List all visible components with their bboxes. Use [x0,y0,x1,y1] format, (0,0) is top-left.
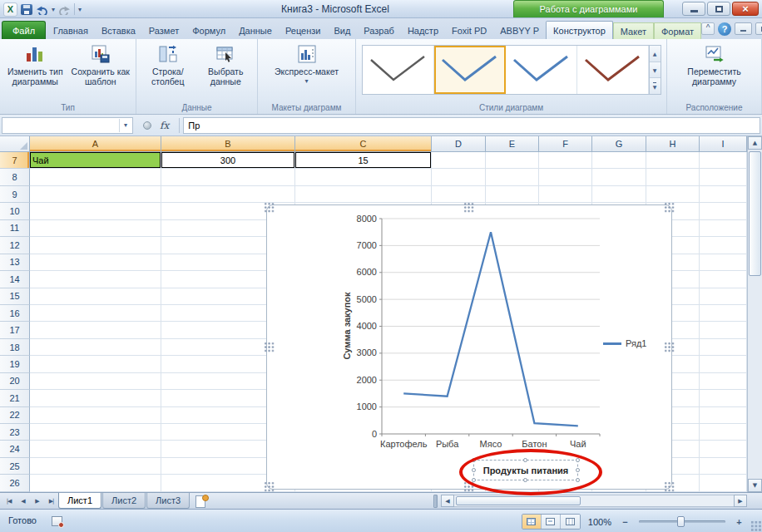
next-sheet-icon[interactable] [30,495,44,508]
cell-I23[interactable] [700,424,747,441]
scroll-left-icon[interactable] [441,495,454,507]
cell-I8[interactable] [700,169,747,185]
horizontal-scrollbar[interactable] [441,495,747,507]
row-header-24[interactable]: 24 [0,441,30,457]
chart-style-option-3[interactable] [506,46,577,94]
row-header-14[interactable]: 14 [0,271,30,288]
cell-A22[interactable] [30,407,161,424]
redo-icon[interactable] [58,4,71,15]
macro-record-button[interactable] [52,516,62,526]
row-header-8[interactable]: 8 [0,169,30,185]
chart-selection-handle[interactable] [264,342,275,352]
chart-object[interactable]: 010002000300040005000600070008000Картофе… [266,204,672,490]
formula-input[interactable] [184,118,760,133]
cell-A20[interactable] [30,373,161,390]
cell-A8[interactable] [30,169,161,185]
ribbon-tab-формул[interactable]: Формул [186,22,232,39]
cell-B7[interactable]: 300 [161,152,295,169]
cell-C7[interactable]: 15 [295,152,432,169]
cell-B9[interactable] [161,186,295,203]
row-header-19[interactable]: 19 [0,356,30,372]
ribbon-tab-разраб[interactable]: Разраб [357,22,401,39]
chart-selection-handle[interactable] [463,202,474,213]
ribbon-tab-конструктор[interactable]: Конструктор [546,21,613,39]
page-layout-view-button[interactable] [542,515,561,529]
ribbon-tab-размет[interactable]: Размет [142,22,186,39]
column-header-B[interactable]: B [161,136,295,152]
save-as-template-button[interactable]: Сохранить как шаблон [69,42,133,87]
sheet-tab-лист1[interactable]: Лист1 [58,493,101,509]
row-header-26[interactable]: 26 [0,475,30,491]
undo-dropdown-icon[interactable] [52,6,55,13]
column-header-D[interactable]: D [432,136,486,152]
first-sheet-icon[interactable] [2,495,16,508]
sheet-tab-лист2[interactable]: Лист2 [102,493,146,509]
cell-H7[interactable] [646,152,700,169]
minimize-button[interactable] [682,2,705,16]
row-header-15[interactable]: 15 [0,288,30,305]
name-box-input[interactable] [2,118,114,133]
cell-A15[interactable] [30,288,161,305]
vertical-scrollbar[interactable] [747,136,762,492]
cell-I20[interactable] [700,373,747,390]
cell-I16[interactable] [700,305,747,322]
cell-A13[interactable] [30,254,161,271]
gallery-scroll-down-icon[interactable] [650,62,661,79]
formula-input-area[interactable] [183,117,760,134]
vertical-scrollbar-thumb[interactable] [749,151,761,276]
row-header-7[interactable]: 7 [0,152,30,169]
zoom-slider-thumb[interactable] [677,516,685,527]
column-header-G[interactable]: G [592,136,646,152]
normal-view-button[interactable] [522,515,542,529]
column-header-H[interactable]: H [646,136,700,152]
cell-I24[interactable] [700,441,747,457]
cell-A10[interactable] [30,203,161,219]
scroll-right-icon[interactable] [734,495,747,507]
cell-A11[interactable] [30,220,161,237]
cell-G8[interactable] [592,169,646,185]
cell-B8[interactable] [161,169,295,185]
cell-D7[interactable] [432,152,486,169]
cell-A17[interactable] [30,322,161,338]
restore-button[interactable] [707,2,730,16]
cell-A23[interactable] [30,424,161,441]
scroll-down-icon[interactable] [748,479,762,492]
change-chart-type-button[interactable]: Изменить тип диаграммы [3,42,67,87]
column-header-C[interactable]: C [295,136,432,152]
cell-E8[interactable] [486,169,539,185]
insert-function-icon[interactable]: fx [160,120,169,131]
zoom-in-icon[interactable] [733,515,745,528]
ribbon-tab-вставка[interactable]: Вставка [95,22,142,39]
cell-I10[interactable] [700,203,747,219]
chart-selection-handle[interactable] [264,481,275,492]
row-header-18[interactable]: 18 [0,339,30,356]
cell-F7[interactable] [539,152,592,169]
ribbon-tab-рецензи[interactable]: Рецензи [279,22,328,39]
cell-I21[interactable] [700,390,747,406]
cell-H9[interactable] [646,186,700,203]
cell-I26[interactable] [700,475,747,491]
row-header-12[interactable]: 12 [0,237,30,254]
sheet-tab-лист3[interactable]: Лист3 [146,493,190,509]
cell-I18[interactable] [700,339,747,356]
cell-I19[interactable] [700,356,747,372]
cell-I12[interactable] [700,237,747,254]
workbook-restore-button[interactable] [755,22,762,35]
horizontal-scrollbar-track[interactable] [454,495,734,507]
cell-A7[interactable]: Чай [30,152,161,169]
chart-legend[interactable]: Ряд1 [603,338,646,348]
select-all-corner[interactable] [0,136,30,152]
cell-F9[interactable] [539,186,592,203]
ribbon-tab-файл[interactable]: Файл [2,21,46,39]
column-header-I[interactable]: I [700,136,747,152]
cell-A12[interactable] [30,237,161,254]
cell-E7[interactable] [486,152,539,169]
cell-I13[interactable] [700,254,747,271]
cell-A9[interactable] [30,186,161,203]
cell-D9[interactable] [432,186,486,203]
cell-A18[interactable] [30,339,161,356]
cell-I17[interactable] [700,322,747,338]
row-header-21[interactable]: 21 [0,390,30,406]
cell-C8[interactable] [295,169,432,185]
tab-splitter-handle[interactable] [433,495,438,508]
